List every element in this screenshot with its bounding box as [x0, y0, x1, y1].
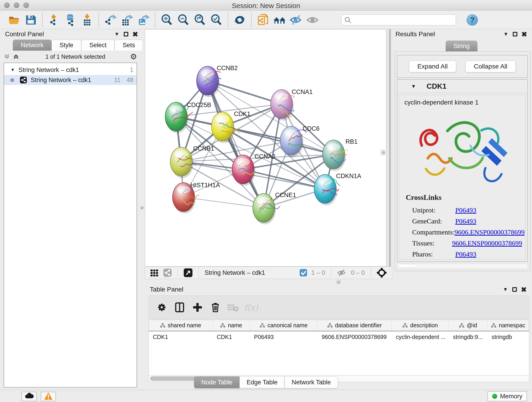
- control-panel-close-icon[interactable]: ✖: [131, 30, 140, 38]
- home-icon[interactable]: [272, 13, 287, 27]
- control-panel-float-icon[interactable]: [121, 30, 131, 38]
- selected-checkbox-icon[interactable]: [299, 269, 307, 277]
- delete-column-icon[interactable]: [208, 300, 222, 314]
- tab-style[interactable]: Style: [51, 40, 81, 51]
- column-header-namespac[interactable]: namespac: [488, 320, 529, 331]
- save-session-icon[interactable]: [24, 13, 38, 27]
- column-header-name[interactable]: name: [213, 320, 250, 331]
- crosslink-row: Uniprot:P06493: [412, 205, 522, 216]
- hidden-eye-slash-icon: [337, 269, 347, 277]
- results-panel-float-icon[interactable]: [510, 30, 520, 38]
- selected-node-edge-count: 1 – 0: [311, 269, 325, 276]
- table-cell[interactable]: cyclin-dependent ...: [392, 332, 449, 342]
- expand-all-button[interactable]: Expand All: [409, 61, 456, 72]
- add-column-icon[interactable]: [190, 300, 205, 314]
- export-network-icon[interactable]: [103, 13, 118, 27]
- results-hscrollbar[interactable]: [397, 263, 528, 269]
- tab-sets[interactable]: Sets: [114, 40, 143, 51]
- cdk1-expand-icon[interactable]: ▼: [411, 83, 416, 89]
- table-cell[interactable]: stringdb: [488, 332, 529, 342]
- edge-CCNB2-CCNE1[interactable]: [208, 81, 264, 208]
- refresh-layout-icon[interactable]: [233, 13, 247, 27]
- table-row[interactable]: CDK1CDK1P064939606.ENSP00000378699cyclin…: [149, 332, 529, 342]
- network-list-options-gear-icon[interactable]: ⚙: [130, 52, 137, 61]
- window-titlebar: Session: New Session: [0, 0, 532, 11]
- crosslink-link[interactable]: P06493: [455, 206, 476, 214]
- control-panel-menu-icon[interactable]: ▼: [112, 30, 121, 38]
- toggle-columns-icon[interactable]: [172, 300, 187, 314]
- show-all-icon[interactable]: [305, 13, 320, 27]
- network-row[interactable]: String Network – cdk1 11 48: [4, 75, 137, 85]
- search-input[interactable]: [341, 14, 456, 26]
- import-table-icon[interactable]: [80, 13, 94, 27]
- results-panel-close-icon[interactable]: ✖: [520, 30, 529, 38]
- table-settings-gear-icon[interactable]: [155, 300, 169, 314]
- network-view-title: String Network – cdk1: [205, 269, 298, 276]
- cdk1-section-header[interactable]: ▼ CDK1: [397, 80, 527, 93]
- protein-structure-image: [413, 111, 512, 195]
- string-view-icon[interactable]: [163, 268, 172, 277]
- export-table-icon[interactable]: [120, 13, 134, 27]
- zoom-selected-icon[interactable]: [209, 13, 223, 27]
- column-header-shared-name[interactable]: shared name: [149, 320, 213, 331]
- node-label-CDKN1A: CDKN1A: [336, 172, 361, 179]
- cdk1-section: ▼ CDK1 cyclin-dependent kinase 1: [397, 79, 528, 262]
- grid-view-icon[interactable]: [150, 268, 159, 277]
- zoom-out-icon[interactable]: [176, 13, 190, 27]
- memory-button[interactable]: Memory: [488, 391, 527, 401]
- crosslink-link[interactable]: P06493: [455, 250, 476, 258]
- tab-string[interactable]: String: [446, 41, 477, 51]
- node-label-CCNB2: CCNB2: [217, 65, 238, 71]
- table-cell[interactable]: stringdb:9...: [449, 332, 488, 342]
- collection-expand-icon[interactable]: ▼: [11, 67, 15, 72]
- left-splitter-handle[interactable]: [139, 205, 145, 211]
- hide-selected-icon[interactable]: [289, 13, 303, 27]
- tab-edge-table[interactable]: Edge Table: [239, 376, 285, 388]
- toolbar-separator: [99, 12, 99, 27]
- table-panel-float-icon[interactable]: [510, 286, 519, 293]
- network-collection-row[interactable]: ▼ String Network – cdk1 1: [4, 65, 137, 75]
- column-header--id[interactable]: @id: [449, 320, 488, 331]
- cloud-status-button[interactable]: [22, 392, 37, 401]
- table-cell[interactable]: 9606.ENSP00000378699: [317, 332, 392, 342]
- right-splitter[interactable]: [386, 29, 392, 267]
- crosslinks-title: CrossLinks: [406, 193, 442, 202]
- crosslink-link[interactable]: P06493: [455, 217, 476, 225]
- tab-select[interactable]: Select: [81, 40, 114, 51]
- open-session-icon[interactable]: [7, 13, 21, 27]
- column-header-canonical-name[interactable]: canonical name: [250, 320, 317, 331]
- column-header-description[interactable]: description: [392, 320, 449, 331]
- crosslink-link[interactable]: 9606.ENSP00000378699: [455, 228, 525, 236]
- expand-all-icon[interactable]: [12, 53, 21, 61]
- zoom-fit-icon[interactable]: [193, 13, 207, 27]
- tab-network[interactable]: Network: [13, 40, 51, 51]
- search-icon: [345, 17, 351, 25]
- crosslink-label: Uniprot:: [412, 206, 455, 214]
- node-RB1[interactable]: [323, 140, 348, 171]
- help-button[interactable]: ?: [467, 14, 478, 26]
- results-panel-title: Results Panel: [395, 31, 435, 38]
- fit-selected-crosshair-icon[interactable]: [376, 268, 387, 278]
- collapse-all-icon[interactable]: [2, 53, 12, 61]
- table-cell[interactable]: CDK1: [213, 332, 250, 342]
- collapse-all-button[interactable]: Collapse All: [465, 61, 516, 72]
- birds-eye-view-icon[interactable]: [183, 268, 193, 278]
- crosslink-link[interactable]: 9606.ENSP00000378699: [452, 239, 522, 247]
- table-cell[interactable]: CDK1: [149, 332, 213, 342]
- tab-node-table[interactable]: Node Table: [194, 376, 239, 388]
- column-header-database-identifier[interactable]: database identifier: [317, 320, 392, 331]
- results-panel-menu-icon[interactable]: ▼: [501, 30, 510, 38]
- import-network-database-icon[interactable]: [63, 13, 78, 27]
- zoom-in-icon[interactable]: [160, 13, 174, 27]
- import-network-file-icon[interactable]: [47, 13, 61, 27]
- edge-CCNA2-CDKN1A[interactable]: [243, 169, 325, 189]
- table-panel-menu-icon[interactable]: ▼: [501, 286, 510, 293]
- table-panel-close-icon[interactable]: ✖: [519, 286, 528, 293]
- tab-network-table[interactable]: Network Table: [285, 376, 338, 388]
- clone-network-icon[interactable]: [256, 13, 270, 27]
- right-splitter-handle[interactable]: [380, 149, 386, 155]
- export-image-icon[interactable]: [136, 13, 151, 27]
- network-view-canvas[interactable]: CCNB2CCNA1CDC25BCDK1CDC6RB1CCNB1CCNA2CDK…: [145, 29, 386, 267]
- warning-status-button[interactable]: [41, 392, 56, 401]
- table-cell[interactable]: P06493: [250, 332, 317, 342]
